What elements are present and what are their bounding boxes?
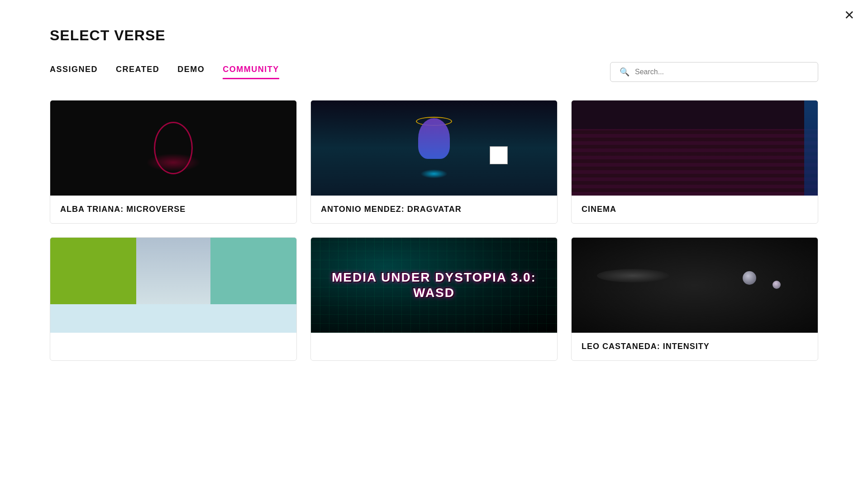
search-input[interactable] [635,68,809,76]
card-cinema[interactable]: CINEMA [571,100,818,224]
wall-teal-decoration [210,238,296,314]
card-alba-triana[interactable]: ALBA TRIANA: MICROVERSE [50,100,297,224]
stair-lights-decoration [804,100,818,196]
floor-decoration [50,304,296,333]
media-dystopia-text: MEDIA UNDER DYSTOPIA 3.0: WASD [311,270,557,300]
tab-assigned[interactable]: ASSIGNED [50,65,98,79]
search-icon: 🔍 [620,67,630,77]
card-image-alba-triana [50,100,296,196]
card-title-media-dystopia [311,333,557,351]
card-image-unnamed-room [50,238,296,333]
card-title-cinema: CINEMA [572,196,818,223]
card-unnamed-room[interactable] [50,237,297,361]
card-media-dystopia[interactable]: MEDIA UNDER DYSTOPIA 3.0: WASD [310,237,558,361]
page-title: SELECT VERSE [50,27,818,44]
card-image-antonio-mendez [311,100,557,196]
tabs-nav: ASSIGNED CREATED DEMO COMMUNITY [50,65,279,79]
header-row: ASSIGNED CREATED DEMO COMMUNITY 🔍 [50,62,818,82]
qr-code-decoration [490,146,508,164]
light-decoration [420,169,448,178]
tab-demo[interactable]: DEMO [177,65,205,79]
card-title-antonio-mendez: ANTONIO MENDEZ: DRAGVATAR [311,196,557,223]
close-button[interactable]: ✕ [844,9,854,22]
card-image-leo-castaneda [572,238,818,333]
card-title-leo-castaneda: LEO CASTANEDA: INTENSITY [572,333,818,360]
figure-decoration [418,118,450,159]
sphere1-decoration [743,271,756,285]
card-leo-castaneda[interactable]: LEO CASTANEDA: INTENSITY [571,237,818,361]
shape-decoration [597,269,669,282]
search-box: 🔍 [610,62,818,82]
seats-decoration [572,129,818,196]
card-antonio-mendez[interactable]: ANTONIO MENDEZ: DRAGVATAR [310,100,558,224]
tab-created[interactable]: CREATED [116,65,159,79]
modal-content: SELECT VERSE ASSIGNED CREATED DEMO COMMU… [0,0,868,388]
sphere2-decoration [773,281,781,289]
card-title-unnamed-room [50,333,296,351]
cards-grid: ALBA TRIANA: MICROVERSE ANTONIO MENDEZ: … [50,100,818,361]
card-image-cinema [572,100,818,196]
card-title-alba-triana: ALBA TRIANA: MICROVERSE [50,196,296,223]
card-image-media-dystopia: MEDIA UNDER DYSTOPIA 3.0: WASD [311,238,557,333]
tab-community[interactable]: COMMUNITY [223,65,279,79]
